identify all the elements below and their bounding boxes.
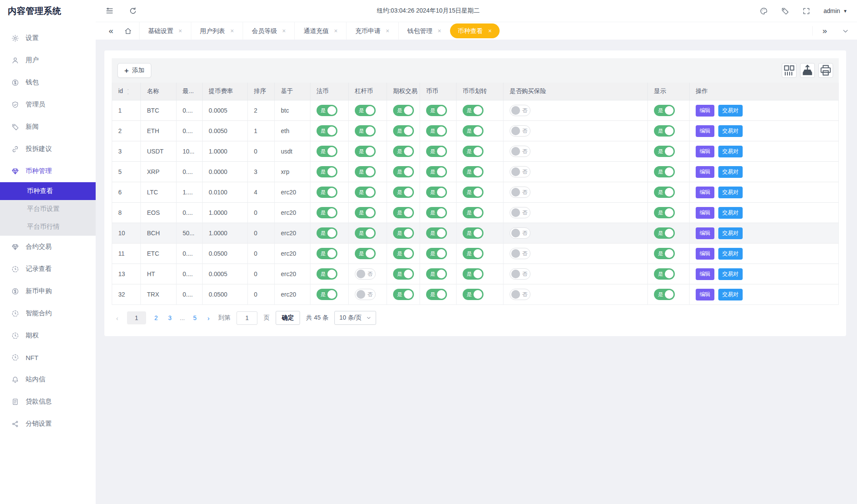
home-icon[interactable]	[124, 27, 132, 35]
coin-toggle[interactable]: 是	[426, 207, 447, 218]
tab-通道充值[interactable]: 通道充值×	[294, 22, 346, 40]
page-link-3[interactable]: 3	[166, 314, 174, 321]
coin-toggle[interactable]: 是	[426, 105, 447, 116]
option-toggle[interactable]: 是	[393, 146, 414, 157]
trade-pair-button[interactable]: 交易对	[718, 227, 743, 239]
trade-pair-button[interactable]: 交易对	[718, 207, 743, 219]
columns-icon[interactable]	[782, 63, 797, 78]
insurance-toggle[interactable]: 否	[510, 187, 530, 198]
option-toggle[interactable]: 是	[393, 125, 414, 137]
sidebar-item-币种管理[interactable]: 币种管理	[0, 160, 96, 182]
lever-toggle[interactable]: 是	[355, 105, 376, 116]
edit-button[interactable]: 编辑	[696, 187, 714, 198]
sidebar-item-新闻[interactable]: 新闻	[0, 116, 96, 138]
tabs-scroll-left[interactable]: «	[105, 26, 117, 36]
transfer-toggle[interactable]: 是	[463, 125, 484, 137]
insurance-toggle[interactable]: 否	[510, 227, 530, 239]
sidebar-item-管理员[interactable]: 管理员	[0, 93, 96, 116]
trade-pair-button[interactable]: 交易对	[718, 289, 743, 300]
edit-button[interactable]: 编辑	[696, 268, 714, 280]
sidebar-item-记录查看[interactable]: 记录查看	[0, 258, 96, 280]
tab-币种查看[interactable]: 币种查看×	[450, 23, 500, 38]
transfer-toggle[interactable]: 是	[463, 207, 484, 218]
fiat-toggle[interactable]: 是	[317, 105, 337, 116]
option-toggle[interactable]: 是	[393, 268, 414, 280]
tab-close-icon[interactable]: ×	[438, 27, 441, 34]
edit-button[interactable]: 编辑	[696, 105, 714, 117]
lever-toggle[interactable]: 是	[355, 125, 376, 137]
show-toggle[interactable]: 是	[654, 105, 675, 116]
menu-collapse-icon[interactable]	[105, 7, 114, 15]
insurance-toggle[interactable]: 否	[510, 207, 530, 218]
insurance-toggle[interactable]: 否	[510, 248, 530, 259]
show-toggle[interactable]: 是	[654, 187, 675, 198]
show-toggle[interactable]: 是	[654, 268, 675, 280]
tab-充币申请[interactable]: 充币申请×	[346, 22, 398, 40]
transfer-toggle[interactable]: 是	[463, 187, 484, 198]
tab-close-icon[interactable]: ×	[334, 27, 337, 34]
sidebar-item-站内信[interactable]: 站内信	[0, 368, 96, 391]
coin-toggle[interactable]: 是	[426, 248, 447, 259]
show-toggle[interactable]: 是	[654, 125, 675, 137]
transfer-toggle[interactable]: 是	[463, 248, 484, 259]
tab-用户列表[interactable]: 用户列表×	[191, 22, 243, 40]
sidebar-item-合约交易[interactable]: 合约交易	[0, 236, 96, 258]
show-toggle[interactable]: 是	[654, 289, 675, 300]
fiat-toggle[interactable]: 是	[317, 207, 337, 218]
show-toggle[interactable]: 是	[654, 207, 675, 218]
print-icon[interactable]	[818, 63, 833, 78]
edit-button[interactable]: 编辑	[696, 248, 714, 260]
edit-button[interactable]: 编辑	[696, 166, 714, 178]
lever-toggle[interactable]: 是	[355, 207, 376, 218]
coin-toggle[interactable]: 是	[426, 125, 447, 137]
trade-pair-button[interactable]: 交易对	[718, 268, 743, 280]
submenu-item-平台币设置[interactable]: 平台币设置	[0, 200, 96, 218]
edit-button[interactable]: 编辑	[696, 227, 714, 239]
tab-close-icon[interactable]: ×	[386, 27, 389, 34]
option-toggle[interactable]: 是	[393, 227, 414, 239]
page-size-select[interactable]: 10 条/页	[334, 311, 376, 325]
lever-toggle[interactable]: 是	[355, 248, 376, 259]
fiat-toggle[interactable]: 是	[317, 227, 337, 239]
show-toggle[interactable]: 是	[654, 166, 675, 177]
fiat-toggle[interactable]: 是	[317, 166, 337, 177]
page-link-2[interactable]: 2	[152, 314, 160, 321]
page-link-5[interactable]: 5	[191, 314, 199, 321]
lever-toggle[interactable]: 是	[355, 146, 376, 157]
sidebar-item-新币申购[interactable]: 新币申购	[0, 280, 96, 302]
option-toggle[interactable]: 是	[393, 289, 414, 300]
goto-page-input[interactable]	[237, 311, 257, 325]
refresh-icon[interactable]	[129, 7, 137, 15]
tag-icon[interactable]	[781, 7, 789, 15]
edit-button[interactable]: 编辑	[696, 207, 714, 219]
show-toggle[interactable]: 是	[654, 146, 675, 157]
edit-button[interactable]: 编辑	[696, 289, 714, 300]
edit-button[interactable]: 编辑	[696, 125, 714, 137]
lever-toggle[interactable]: 是	[355, 166, 376, 177]
theme-palette-icon[interactable]	[760, 7, 768, 15]
column-header-id[interactable]: id	[112, 83, 141, 100]
insurance-toggle[interactable]: 否	[510, 289, 530, 300]
submenu-item-平台币行情[interactable]: 平台币行情	[0, 218, 96, 236]
fiat-toggle[interactable]: 是	[317, 248, 337, 259]
submenu-item-币种查看[interactable]: 币种查看	[0, 182, 96, 200]
coin-toggle[interactable]: 是	[426, 166, 447, 177]
edit-button[interactable]: 编辑	[696, 146, 714, 157]
lever-toggle[interactable]: 否	[355, 268, 376, 280]
next-page-icon[interactable]: ›	[205, 314, 212, 322]
insurance-toggle[interactable]: 否	[510, 268, 530, 280]
user-menu[interactable]: admin ▼	[824, 7, 847, 14]
sidebar-item-用户[interactable]: 用户	[0, 49, 96, 71]
tab-close-icon[interactable]: ×	[179, 27, 182, 34]
lever-toggle[interactable]: 是	[355, 227, 376, 239]
tab-基础设置[interactable]: 基础设置×	[139, 22, 191, 40]
option-toggle[interactable]: 是	[393, 248, 414, 259]
confirm-button[interactable]: 确定	[276, 311, 300, 325]
prev-page-icon[interactable]: ‹	[113, 314, 121, 322]
option-toggle[interactable]: 是	[393, 166, 414, 177]
page-current[interactable]: 1	[127, 311, 146, 324]
sidebar-item-NFT[interactable]: NFT	[0, 347, 96, 368]
lever-toggle[interactable]: 否	[355, 289, 376, 300]
tab-close-icon[interactable]: ×	[230, 27, 234, 34]
insurance-toggle[interactable]: 否	[510, 146, 530, 157]
